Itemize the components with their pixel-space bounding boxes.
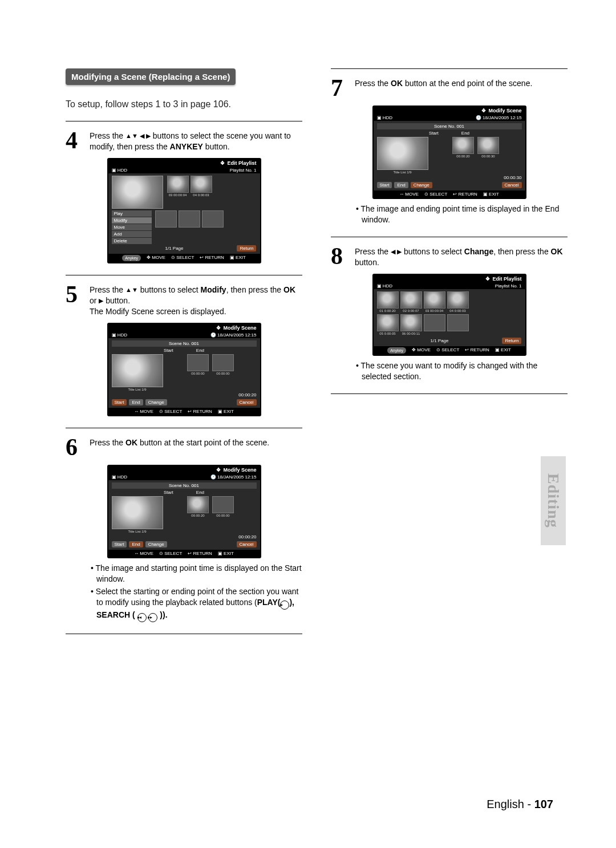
- arrow-lr-icon: ◀ ▶: [391, 248, 402, 255]
- preview-thumbnail: [112, 176, 163, 209]
- play-icon: ▸: [280, 601, 289, 610]
- page-footer: English - 107: [487, 798, 553, 811]
- divider: [66, 634, 302, 634]
- step-7-notes: The image and ending point time is displ…: [333, 204, 568, 225]
- divider: [331, 393, 568, 394]
- divider: [331, 68, 568, 69]
- step-text: Press the ▲▼ ◀ ▶ buttons to select the s…: [90, 128, 302, 152]
- screenshot-modify-scene-start-set: ❖Modify Scene ▣ HDD🕐 18/JAN/2005 12:15 S…: [107, 465, 261, 558]
- step-text: Press the OK button at the end point of …: [355, 76, 532, 89]
- chapter-tab: Editing: [541, 456, 566, 545]
- divider: [66, 121, 302, 121]
- step-text: Press the ◀ ▶ buttons to select Change, …: [355, 244, 568, 268]
- screenshot-edit-playlist-menu: ❖Edit Playlist ▣ HDDPlaylist No. 1 03 00…: [107, 158, 261, 263]
- step-text: Press the ▲▼ buttons to select Modify, t…: [90, 282, 302, 317]
- step-5: 5 Press the ▲▼ buttons to select Modify,…: [66, 282, 302, 317]
- arrow-ud-icon: ▲▼: [125, 286, 138, 293]
- rewind-icon: ◂◂: [137, 613, 147, 622]
- forward-icon: ▸▸: [148, 613, 157, 622]
- step-6-notes: The image and starting point time is dis…: [68, 563, 302, 623]
- screenshot-modify-scene-end-set: ❖Modify Scene ▣ HDD🕐 18/JAN/2005 12:15 S…: [372, 106, 526, 199]
- screenshot-edit-playlist-grid: ❖Edit Playlist ▣ HDDPlaylist No. 1 01 0:…: [372, 274, 526, 356]
- step-8: 8 Press the ◀ ▶ buttons to select Change…: [331, 244, 568, 268]
- arrow-udlr-icon: ▲▼ ◀ ▶: [125, 132, 151, 139]
- context-menu: Play Modify Move Add Delete: [112, 210, 152, 244]
- step-number: 4: [66, 128, 85, 152]
- intro-text: To setup, follow steps 1 to 3 in page 10…: [66, 99, 302, 109]
- preview-thumbnail: [112, 354, 163, 387]
- section-heading: Modifying a Scene (Replacing a Scene): [66, 68, 236, 85]
- divider: [66, 275, 302, 275]
- step-8-notes: The scene you want to modify is changed …: [333, 360, 568, 382]
- screenshot-modify-scene-initial: ❖Modify Scene ▣ HDD🕐 18/JAN/2005 12:15 S…: [107, 323, 261, 416]
- step-number: 7: [331, 76, 350, 100]
- diamond-icon: ❖: [220, 160, 225, 166]
- divider: [331, 237, 568, 237]
- step-7: 7 Press the OK button at the end point o…: [331, 76, 568, 100]
- step-4: 4 Press the ▲▼ ◀ ▶ buttons to select the…: [66, 128, 302, 152]
- divider: [66, 428, 302, 428]
- step-number: 6: [66, 435, 85, 459]
- step-number: 5: [66, 282, 85, 306]
- step-number: 8: [331, 244, 350, 268]
- step-6: 6 Press the OK button at the start point…: [66, 435, 302, 459]
- step-text: Press the OK button at the start point o…: [90, 435, 269, 448]
